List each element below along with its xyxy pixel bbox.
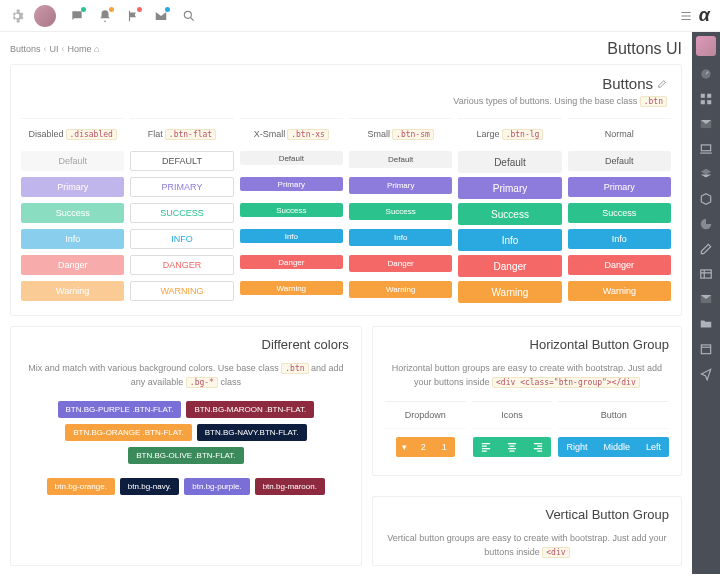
cube-icon[interactable]	[699, 192, 713, 206]
laptop-icon[interactable]	[699, 142, 713, 156]
breadcrumb[interactable]: Buttons‹UI‹Home ⌂	[10, 44, 100, 54]
col-button: Button	[558, 401, 669, 429]
panel-title: Buttons	[602, 75, 653, 92]
btn-info[interactable]: Info	[21, 229, 124, 249]
color-tag[interactable]: btn.bg-maroon.	[255, 478, 325, 495]
btn-info[interactable]: Info	[568, 229, 671, 249]
chat-icon[interactable]	[70, 9, 84, 23]
btn-info[interactable]: Info	[240, 229, 343, 243]
btn-right[interactable]: Right	[558, 437, 595, 457]
table-icon[interactable]	[699, 267, 713, 281]
btn-danger[interactable]: Danger	[240, 255, 343, 269]
color-tag[interactable]: BTN.BG-NAVY.BTN-FLAT.	[197, 424, 307, 441]
btn-def[interactable]: Default	[21, 151, 124, 171]
mail-icon[interactable]	[154, 9, 168, 23]
mail2-icon[interactable]	[699, 292, 713, 306]
svg-rect-3	[707, 94, 711, 98]
sidebar-avatar[interactable]	[696, 36, 716, 56]
btn-primary[interactable]: Primary	[568, 177, 671, 197]
color-tag[interactable]: BTN.BG-PURPLE .BTN-FLAT.	[58, 401, 182, 418]
svg-rect-5	[707, 100, 711, 104]
color-tag[interactable]: BTN.BG-OLIVE .BTN-FLAT.	[128, 447, 243, 464]
btn-warning[interactable]: Warning	[458, 281, 561, 303]
svg-point-0	[184, 11, 191, 18]
btn-def[interactable]: DEFAULT	[130, 151, 233, 171]
btn-success[interactable]: Success	[458, 203, 561, 225]
pie-icon[interactable]	[699, 217, 713, 231]
hgroup-desc: Horizontal button groups are easy to cre…	[385, 362, 669, 389]
share-icon[interactable]	[699, 367, 713, 381]
colors-desc: Mix and match with various background co…	[23, 362, 349, 389]
btn-info[interactable]: Info	[349, 229, 452, 246]
svg-rect-4	[701, 100, 705, 104]
btn-primary[interactable]: Primary	[458, 177, 561, 199]
col-dropdown: Dropdown	[385, 401, 466, 429]
hgroup-title: Horizontal Button Group	[385, 337, 669, 352]
btn-primary[interactable]: Primary	[240, 177, 343, 191]
color-tag[interactable]: BTN.BG-ORANGE .BTN-FLAT.	[65, 424, 192, 441]
align-left-icon[interactable]	[473, 437, 499, 457]
btn-success[interactable]: Success	[240, 203, 343, 217]
dropdown-2[interactable]: 2	[413, 437, 434, 457]
grid-icon[interactable]	[699, 92, 713, 106]
btn-danger[interactable]: Danger	[458, 255, 561, 277]
btn-primary[interactable]: Primary	[21, 177, 124, 197]
btn-warning[interactable]: WARNING	[130, 281, 233, 301]
btn-success[interactable]: Success	[349, 203, 452, 220]
color-tag[interactable]: btn.bg-purple.	[184, 478, 249, 495]
btn-def[interactable]: Default	[458, 151, 561, 173]
svg-rect-2	[701, 94, 705, 98]
btn-primary[interactable]: PRIMARY	[130, 177, 233, 197]
calendar-icon[interactable]	[699, 342, 713, 356]
btn-warning[interactable]: Warning	[240, 281, 343, 295]
colors-title: Different colors	[23, 337, 349, 352]
col-header: Flat.btn-flat	[130, 118, 233, 147]
vgroup-title: Vertical Button Group	[385, 507, 669, 522]
btn-warning[interactable]: Warning	[21, 281, 124, 301]
btn-def[interactable]: Default	[349, 151, 452, 168]
btn-info[interactable]: Info	[458, 229, 561, 251]
vgroup-desc: Vertical button groups are easy to creat…	[385, 532, 669, 559]
avatar[interactable]	[34, 5, 56, 27]
envelope-icon[interactable]	[699, 117, 713, 131]
btn-def[interactable]: Default	[240, 151, 343, 165]
layers-icon[interactable]	[699, 167, 713, 181]
btn-danger[interactable]: Danger	[349, 255, 452, 272]
btn-def[interactable]: Default	[568, 151, 671, 171]
align-right-icon[interactable]	[525, 437, 551, 457]
folder-icon[interactable]	[699, 317, 713, 331]
col-header: Large.btn-lg	[458, 118, 561, 147]
search-icon[interactable]	[182, 9, 196, 23]
edit-icon[interactable]	[657, 75, 667, 85]
btn-primary[interactable]: Primary	[349, 177, 452, 194]
align-center-icon[interactable]	[499, 437, 525, 457]
color-tag[interactable]: BTN.BG-MAROON .BTN-FLAT.	[186, 401, 314, 418]
panel-subtitle: Various types of buttons. Using the base…	[11, 96, 681, 114]
color-tag[interactable]: btn.bg-navy.	[120, 478, 179, 495]
settings-icon[interactable]	[10, 9, 24, 23]
dropdown-caret[interactable]: ▾	[396, 437, 413, 457]
page-title: Buttons UI	[607, 40, 682, 58]
btn-danger[interactable]: Danger	[568, 255, 671, 275]
btn-success[interactable]: Success	[568, 203, 671, 223]
dropdown-1[interactable]: 1	[434, 437, 455, 457]
btn-info[interactable]: INFO	[130, 229, 233, 249]
btn-danger[interactable]: Danger	[21, 255, 124, 275]
pencil-icon[interactable]	[699, 242, 713, 256]
btn-success[interactable]: SUCCESS	[130, 203, 233, 223]
btn-warning[interactable]: Warning	[349, 281, 452, 298]
col-header: Normal	[568, 118, 671, 147]
btn-danger[interactable]: DANGER	[130, 255, 233, 275]
col-header: Disabled.disabled	[21, 118, 124, 147]
color-tag[interactable]: btn.bg-orange.	[47, 478, 115, 495]
btn-success[interactable]: Success	[21, 203, 124, 223]
svg-rect-6	[701, 145, 710, 151]
menu-icon[interactable]	[679, 9, 693, 23]
btn-warning[interactable]: Warning	[568, 281, 671, 301]
btn-middle[interactable]: Middle	[595, 437, 638, 457]
col-header: Small.btn-sm	[349, 118, 452, 147]
bell-icon[interactable]	[98, 9, 112, 23]
btn-left[interactable]: Left	[638, 437, 669, 457]
dashboard-icon[interactable]	[699, 67, 713, 81]
flag-icon[interactable]	[126, 9, 140, 23]
